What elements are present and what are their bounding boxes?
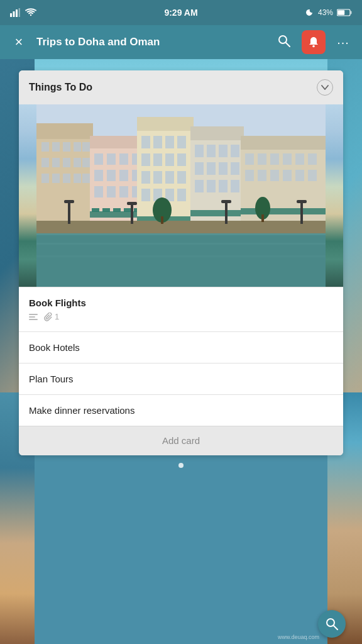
- svg-rect-100: [36, 243, 326, 245]
- close-button[interactable]: ×: [9, 34, 29, 50]
- svg-rect-91: [245, 170, 254, 181]
- svg-rect-89: [295, 153, 304, 165]
- item-title: Book Flights: [29, 297, 333, 308]
- battery-percentage: 43%: [318, 8, 333, 17]
- svg-rect-92: [258, 170, 266, 181]
- svg-rect-101: [36, 255, 326, 257]
- svg-rect-77: [231, 162, 239, 175]
- moon-icon: [305, 8, 314, 17]
- svg-rect-38: [132, 170, 137, 181]
- svg-rect-3: [19, 8, 21, 17]
- svg-rect-94: [283, 170, 292, 181]
- svg-rect-24: [41, 174, 49, 183]
- svg-rect-73: [231, 145, 239, 157]
- page-indicator: [19, 455, 343, 473]
- attachment-count: 1: [55, 312, 59, 321]
- svg-rect-21: [63, 158, 70, 167]
- watermark: www.deuaq.com: [278, 634, 319, 640]
- battery-icon: [337, 9, 352, 16]
- svg-rect-15: [52, 142, 60, 152]
- svg-rect-17: [74, 142, 81, 152]
- search-button[interactable]: [274, 35, 294, 50]
- svg-rect-42: [132, 186, 137, 197]
- svg-rect-112: [161, 216, 163, 224]
- svg-rect-108: [221, 200, 231, 203]
- list-item[interactable]: Make dinner reservations: [19, 394, 343, 426]
- description-icon: [29, 314, 38, 320]
- svg-line-8: [286, 43, 290, 47]
- svg-rect-1: [13, 11, 15, 17]
- svg-rect-87: [270, 153, 279, 165]
- svg-rect-85: [245, 153, 254, 165]
- svg-rect-79: [207, 180, 216, 192]
- notifications-button[interactable]: [302, 30, 326, 54]
- svg-rect-26: [63, 174, 70, 183]
- svg-rect-22: [74, 158, 81, 167]
- svg-rect-98: [36, 230, 326, 287]
- item-title: Book Hotels: [29, 342, 333, 353]
- svg-rect-59: [141, 171, 150, 184]
- svg-point-115: [327, 619, 334, 626]
- svg-rect-62: [177, 171, 186, 184]
- svg-rect-109: [300, 202, 303, 224]
- svg-rect-82: [190, 210, 244, 216]
- more-options-button[interactable]: ···: [333, 35, 353, 50]
- svg-rect-5: [351, 11, 352, 14]
- svg-rect-107: [225, 202, 228, 224]
- svg-rect-86: [258, 153, 266, 165]
- bottom-search-button[interactable]: [318, 610, 346, 638]
- svg-rect-66: [177, 189, 186, 201]
- svg-rect-69: [190, 126, 244, 140]
- item-title: Plan Tours: [29, 374, 333, 384]
- svg-rect-16: [63, 142, 70, 152]
- item-title: Make dinner reservations: [29, 405, 333, 416]
- svg-rect-40: [107, 186, 116, 197]
- svg-rect-46: [113, 208, 121, 212]
- add-card-label: Add card: [162, 435, 200, 446]
- svg-rect-25: [52, 174, 60, 183]
- svg-rect-70: [195, 145, 204, 157]
- svg-rect-52: [153, 136, 162, 148]
- svg-rect-84: [241, 136, 326, 150]
- svg-rect-18: [82, 142, 90, 152]
- svg-rect-103: [68, 202, 70, 224]
- svg-rect-30: [90, 136, 140, 148]
- svg-rect-76: [219, 162, 228, 175]
- svg-rect-0: [10, 13, 12, 17]
- svg-rect-6: [337, 10, 344, 15]
- top-bar: × Trips to Doha and Oman ···: [0, 25, 362, 59]
- main-content: Things To Do: [0, 59, 362, 644]
- svg-rect-114: [261, 214, 264, 222]
- svg-rect-41: [119, 186, 128, 197]
- svg-rect-106: [127, 202, 137, 205]
- svg-point-7: [279, 36, 287, 43]
- svg-rect-32: [107, 153, 116, 165]
- page-dot-active: [178, 463, 184, 468]
- status-right: 43%: [305, 8, 352, 17]
- svg-rect-110: [297, 200, 307, 203]
- svg-rect-28: [82, 174, 90, 183]
- svg-rect-14: [41, 142, 49, 152]
- svg-rect-97: [241, 208, 326, 214]
- svg-line-116: [334, 626, 337, 630]
- item-meta: 1: [29, 312, 333, 321]
- board-title: Trips to Doha and Oman: [36, 36, 266, 48]
- list-item[interactable]: Plan Tours: [19, 363, 343, 394]
- svg-rect-60: [153, 171, 162, 184]
- list-item[interactable]: Book Hotels: [19, 331, 343, 363]
- svg-rect-33: [119, 153, 128, 165]
- svg-rect-71: [207, 145, 216, 157]
- collapse-button[interactable]: [317, 79, 333, 96]
- svg-rect-57: [165, 153, 174, 166]
- add-card-button[interactable]: Add card: [19, 426, 343, 455]
- svg-rect-37: [119, 170, 128, 181]
- list-item[interactable]: Book Flights 1: [19, 287, 343, 331]
- card-cover-image: [19, 104, 343, 287]
- svg-rect-20: [52, 158, 60, 167]
- svg-rect-23: [82, 158, 90, 167]
- svg-rect-34: [132, 153, 137, 165]
- svg-rect-63: [141, 189, 150, 201]
- status-bar: 9:29 AM 43%: [0, 0, 362, 25]
- svg-rect-80: [219, 180, 228, 192]
- svg-rect-44: [92, 208, 99, 212]
